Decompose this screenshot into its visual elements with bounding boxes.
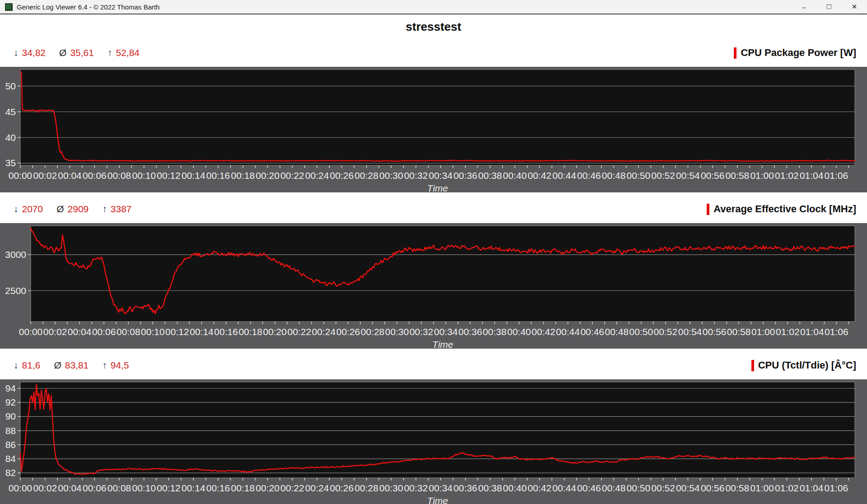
svg-text:00:20: 00:20 xyxy=(256,483,280,493)
svg-text:00:38: 00:38 xyxy=(483,327,507,337)
svg-text:00:52: 00:52 xyxy=(651,483,675,493)
svg-text:00:30: 00:30 xyxy=(379,170,403,181)
svg-text:00:28: 00:28 xyxy=(354,483,378,493)
svg-text:00:10: 00:10 xyxy=(141,327,165,337)
svg-text:01:00: 01:00 xyxy=(750,170,774,181)
max-value: 52,84 xyxy=(116,47,140,58)
svg-text:00:40: 00:40 xyxy=(507,327,531,337)
svg-text:00:48: 00:48 xyxy=(605,327,629,337)
chart-stats-3: ↓ 81,6 Ø 83,81 ↑ 94,5 xyxy=(14,360,129,371)
legend-color-bar-icon xyxy=(751,360,754,371)
max-arrow-icon: ↑ xyxy=(107,47,112,58)
avg-value: 2909 xyxy=(68,204,89,215)
svg-text:00:44: 00:44 xyxy=(552,170,576,181)
svg-text:00:50: 00:50 xyxy=(629,327,653,337)
min-arrow-icon: ↓ xyxy=(14,204,19,215)
svg-text:00:26: 00:26 xyxy=(330,483,354,493)
max-arrow-icon: ↑ xyxy=(102,204,107,215)
svg-text:40: 40 xyxy=(5,132,16,143)
svg-text:00:06: 00:06 xyxy=(92,327,116,337)
svg-text:00:20: 00:20 xyxy=(263,327,287,337)
svg-text:00:18: 00:18 xyxy=(231,483,255,493)
svg-text:00:30: 00:30 xyxy=(385,327,409,337)
stat-min: ↓ 34,82 xyxy=(14,47,46,58)
svg-text:35: 35 xyxy=(5,158,16,168)
svg-text:00:42: 00:42 xyxy=(528,170,552,181)
svg-text:00:26: 00:26 xyxy=(330,170,354,181)
svg-text:00:04: 00:04 xyxy=(68,327,92,337)
min-value: 2070 xyxy=(22,204,43,215)
header: stresstest xyxy=(0,14,867,39)
svg-text:00:24: 00:24 xyxy=(312,327,336,337)
titlebar: Generic Log Viewer 6.4 - © 2022 Thomas B… xyxy=(0,0,867,14)
window-title: Generic Log Viewer 6.4 - © 2022 Thomas B… xyxy=(17,3,160,11)
svg-text:92: 92 xyxy=(5,397,16,407)
svg-text:01:06: 01:06 xyxy=(825,327,848,337)
chart-plot-cpu-temperature[interactable]: 8284868890929400:0000:0200:0400:0600:080… xyxy=(0,379,867,504)
avg-value: 83,81 xyxy=(65,360,89,371)
close-button[interactable]: ✕ xyxy=(842,0,867,14)
chart-plot-cpu-package-power[interactable]: 3540455000:0000:0200:0400:0600:0800:1000… xyxy=(0,67,867,192)
svg-text:01:04: 01:04 xyxy=(800,327,824,337)
svg-text:00:34: 00:34 xyxy=(429,170,453,181)
svg-text:00:16: 00:16 xyxy=(206,483,230,493)
svg-text:01:06: 01:06 xyxy=(825,483,848,493)
svg-text:00:00: 00:00 xyxy=(19,327,43,337)
svg-text:00:12: 00:12 xyxy=(165,327,189,337)
svg-text:2500: 2500 xyxy=(5,285,26,296)
svg-text:00:36: 00:36 xyxy=(453,170,477,181)
svg-text:01:02: 01:02 xyxy=(775,170,799,181)
minimize-button[interactable]: – xyxy=(791,0,816,14)
svg-text:00:18: 00:18 xyxy=(238,327,262,337)
stat-max: ↑ 3387 xyxy=(102,204,131,215)
stats-row-1: ↓ 34,82 Ø 35,61 ↑ 52,84 CPU Package Powe… xyxy=(0,39,867,67)
svg-text:Time: Time xyxy=(427,495,448,504)
svg-text:00:52: 00:52 xyxy=(654,327,678,337)
svg-text:00:54: 00:54 xyxy=(676,170,700,181)
svg-text:00:58: 00:58 xyxy=(726,170,750,181)
svg-text:00:22: 00:22 xyxy=(288,327,312,337)
svg-text:00:12: 00:12 xyxy=(157,170,181,181)
svg-text:88: 88 xyxy=(5,425,16,436)
stats-row-3: ↓ 81,6 Ø 83,81 ↑ 94,5 CPU (Tctl/Tdie) [Â… xyxy=(0,351,867,379)
svg-text:00:50: 00:50 xyxy=(627,483,651,493)
svg-text:00:32: 00:32 xyxy=(404,483,428,493)
stat-max: ↑ 52,84 xyxy=(107,47,140,58)
svg-text:00:02: 00:02 xyxy=(33,170,57,181)
svg-text:00:34: 00:34 xyxy=(429,483,453,493)
svg-text:84: 84 xyxy=(5,453,16,464)
svg-text:00:54: 00:54 xyxy=(676,483,700,493)
svg-text:Time: Time xyxy=(427,183,448,192)
stat-min: ↓ 2070 xyxy=(14,204,43,215)
svg-text:82: 82 xyxy=(5,467,16,478)
chart-plot-effective-clock[interactable]: 2500300000:0000:0200:0400:0600:0800:1000… xyxy=(0,223,867,349)
svg-text:00:32: 00:32 xyxy=(410,327,434,337)
svg-text:00:02: 00:02 xyxy=(43,327,67,337)
svg-text:00:08: 00:08 xyxy=(117,327,140,337)
max-arrow-icon: ↑ xyxy=(102,360,107,371)
svg-text:00:48: 00:48 xyxy=(602,483,626,493)
svg-text:00:12: 00:12 xyxy=(157,483,181,493)
svg-text:00:24: 00:24 xyxy=(305,170,329,181)
svg-text:00:26: 00:26 xyxy=(336,327,360,337)
min-arrow-icon: ↓ xyxy=(14,360,19,371)
svg-text:50: 50 xyxy=(5,81,16,91)
svg-text:00:18: 00:18 xyxy=(231,170,255,181)
svg-text:00:00: 00:00 xyxy=(9,483,33,493)
svg-text:00:28: 00:28 xyxy=(361,327,385,337)
svg-text:00:22: 00:22 xyxy=(280,483,304,493)
svg-text:00:24: 00:24 xyxy=(305,483,329,493)
svg-text:00:34: 00:34 xyxy=(434,327,458,337)
stat-avg: Ø 2909 xyxy=(56,204,89,215)
svg-text:00:20: 00:20 xyxy=(256,170,280,181)
svg-text:00:42: 00:42 xyxy=(528,483,552,493)
chart-group-effective-clock: ↓ 2070 Ø 2909 ↑ 3387 Average Effective C… xyxy=(0,195,867,349)
svg-text:00:40: 00:40 xyxy=(503,483,527,493)
app-window: Generic Log Viewer 6.4 - © 2022 Thomas B… xyxy=(0,0,867,504)
page-title: stresstest xyxy=(406,20,461,34)
maximize-button[interactable]: □ xyxy=(816,0,842,14)
svg-text:01:06: 01:06 xyxy=(825,170,848,181)
svg-text:00:08: 00:08 xyxy=(107,170,131,181)
svg-text:00:28: 00:28 xyxy=(354,170,378,181)
min-value: 34,82 xyxy=(22,47,46,58)
